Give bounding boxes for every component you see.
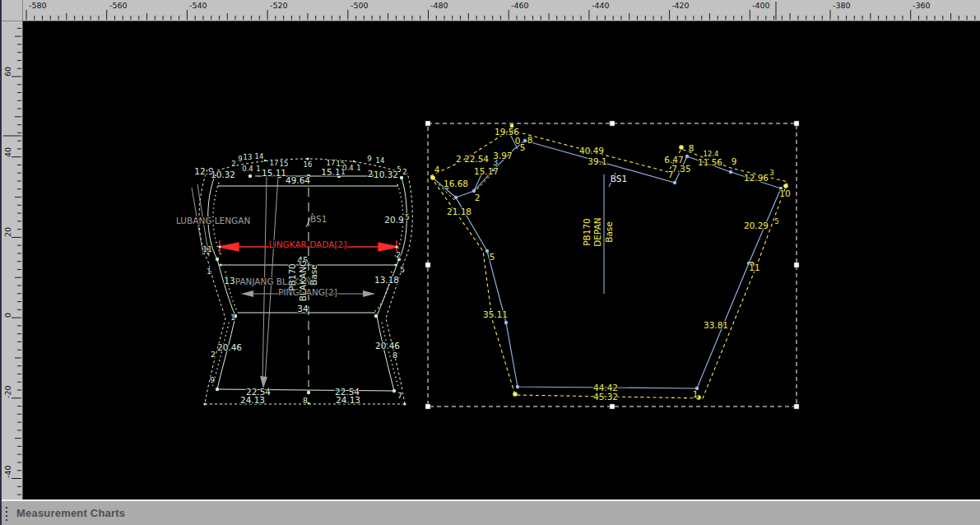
ruler-label: -400 — [752, 1, 770, 10]
measurement-label: 1 — [356, 164, 360, 172]
measurement-label: BLAKANG — [298, 260, 308, 301]
pattern-point[interactable] — [353, 160, 355, 163]
ruler-label: 60 — [3, 67, 12, 77]
pattern-point[interactable] — [216, 388, 219, 391]
pattern-point[interactable] — [374, 314, 378, 318]
measurement-label: 5 — [490, 252, 495, 262]
pattern-point[interactable] — [454, 196, 457, 199]
pattern-point[interactable] — [218, 245, 221, 248]
measurement-label: 45.32 — [593, 392, 618, 402]
measurement-label: 8 — [689, 143, 694, 153]
measurement-label: 21.18 — [447, 207, 471, 216]
measurement-label: 8 — [303, 396, 308, 405]
measurement-label: 10.32 — [374, 170, 398, 179]
pattern-point[interactable] — [430, 175, 435, 180]
measurement-label: 5 — [400, 265, 405, 274]
pattern-canvas[interactable]: 2913140.4117151617159140.4112.910.3215.1… — [23, 21, 980, 499]
measurement-label: 1 — [256, 165, 260, 173]
selection-handle[interactable] — [794, 121, 799, 126]
front-piece-rotated-labels: PB170DEPANBase — [582, 217, 614, 246]
measurement-label: 20.46 — [375, 341, 400, 351]
vertical-ruler[interactable]: 6040200-20-40 — [2, 21, 23, 499]
selection-handles[interactable] — [425, 121, 799, 409]
measurement-label: 20.46 — [217, 342, 242, 352]
measurement-label: 17 — [270, 159, 279, 167]
pattern-point[interactable] — [395, 245, 397, 248]
ruler-label: -500 — [351, 1, 369, 10]
measurement-label: 0.4 — [242, 165, 253, 173]
pattern-point[interactable] — [729, 170, 732, 174]
pattern-point[interactable] — [685, 155, 689, 158]
measurement-label: 1 — [341, 168, 345, 176]
ruler-label: -380 — [833, 1, 851, 10]
selection-handle[interactable] — [425, 262, 430, 267]
horizontal-ruler[interactable]: -580-560-540-520-500-480-460-440-420-400… — [23, 0, 980, 21]
pattern-point[interactable] — [679, 145, 684, 150]
statusbar-label: Measurement Charts — [16, 507, 125, 519]
pattern-point[interactable] — [504, 321, 508, 324]
pattern-point[interactable] — [400, 176, 403, 179]
measurement-label: 5 — [520, 142, 526, 152]
ruler-label: 40 — [3, 147, 12, 157]
measurement-label: PB170 — [287, 263, 297, 291]
ruler-label: -460 — [511, 1, 529, 10]
pattern-design-window: -580-560-540-520-500-480-460-440-420-400… — [0, 0, 980, 525]
ruler-label: -560 — [109, 1, 128, 10]
measurement-label: 9 — [210, 375, 215, 384]
measurement-label: 15.11 — [262, 168, 286, 178]
pattern-point[interactable] — [307, 391, 310, 394]
measurement-label: 16 — [304, 160, 313, 169]
pattern-point[interactable] — [392, 389, 396, 393]
pattern-point[interactable] — [248, 174, 252, 178]
measurement-label: 16.68 — [444, 179, 468, 188]
ruler-corner — [2, 0, 23, 21]
measurement-label: 7.35 — [671, 164, 690, 174]
ruler-label: -360 — [913, 1, 931, 10]
ruler-label: -440 — [592, 1, 610, 10]
red-left-arrow-icon — [219, 243, 239, 251]
ruler-label: -580 — [29, 1, 47, 10]
ruler-label: -540 — [189, 1, 207, 10]
measurement-label: 7 — [397, 391, 402, 400]
measurement-label: 1 — [230, 313, 235, 322]
selection-handle[interactable] — [610, 404, 615, 409]
measurement-label: 35.11 — [483, 309, 508, 319]
measurement-label: Base — [604, 221, 614, 243]
selection-handle[interactable] — [794, 404, 799, 409]
pattern-point[interactable] — [264, 160, 267, 162]
measurement-label: 20.29 — [744, 221, 769, 230]
pattern-point[interactable] — [219, 263, 221, 266]
measurement-label: 17 — [327, 159, 336, 167]
ruler-label: -420 — [671, 1, 690, 10]
pattern-point[interactable] — [783, 184, 788, 188]
measurement-label: 2 — [231, 160, 235, 168]
measurement-label: 5 — [774, 217, 778, 225]
measurement-label: 20.9 — [384, 215, 403, 225]
selection-handle[interactable] — [794, 262, 799, 267]
pattern-point[interactable] — [216, 258, 219, 261]
selection-handle[interactable] — [425, 404, 430, 409]
pattern-point[interactable] — [203, 402, 206, 405]
selection-handle[interactable] — [610, 121, 615, 126]
measurement-label: 2 — [475, 193, 481, 202]
measurement-label: 9 — [732, 156, 737, 166]
measurement-label: PB170 — [582, 218, 592, 246]
statusbar-grip-icon[interactable] — [5, 506, 10, 521]
measurement-label: 15.1 — [321, 167, 340, 177]
pattern-point[interactable] — [673, 181, 676, 184]
measurement-label: 34 — [297, 304, 309, 314]
measurement-label: 2 — [396, 250, 401, 259]
front-piece-labels: 42 22.5416.6815.17233.9719.5608540.4939.… — [434, 127, 791, 402]
ruler-label: -520 — [270, 1, 288, 10]
selection-handle[interactable] — [425, 121, 430, 126]
measurement-label: 9 — [238, 155, 242, 163]
measurement-label: 12.96 — [744, 173, 769, 183]
pattern-point[interactable] — [394, 263, 397, 266]
pattern-point[interactable] — [513, 392, 518, 397]
measurement-label: BS1 — [310, 214, 327, 224]
left-arrow-icon — [241, 290, 253, 297]
measurement-label: 2 — [211, 350, 216, 359]
pattern-point[interactable] — [485, 249, 489, 253]
pattern-point[interactable] — [403, 402, 406, 405]
pattern-point[interactable] — [516, 385, 519, 388]
